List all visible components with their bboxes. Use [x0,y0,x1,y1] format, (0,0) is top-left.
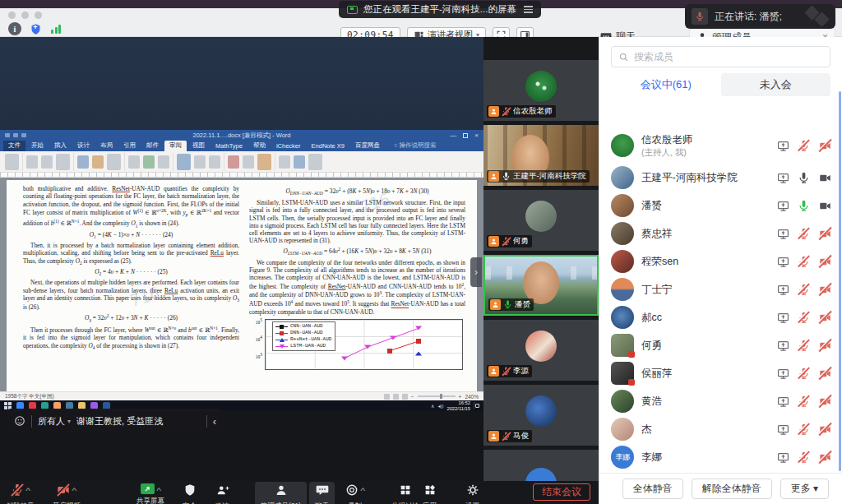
chat-input-overlay[interactable]: 所有人▾ 谢谢王教授, 受益匪浅 ‹ [7,409,224,433]
mic-icon[interactable] [798,140,810,152]
word-tab[interactable]: 帮助 [248,141,271,151]
participant-row[interactable]: 黄浩 [599,387,842,415]
participant-row[interactable]: 郝cc [599,303,842,331]
participant-row[interactable]: 蔡忠祥 [599,220,842,247]
network-signal-icon[interactable] [49,24,62,34]
tab-in-meeting[interactable]: 会议中(61) [611,73,721,96]
minimize-window-button[interactable] [21,12,29,19]
more-button[interactable]: 更多 ▾ [780,479,829,499]
ribbon-icon[interactable] [92,155,104,169]
zoom-level[interactable]: 240% [465,394,479,400]
participant-row[interactable]: 潘赟 [599,192,842,220]
invite-button[interactable]: ^ 邀请 [215,483,229,504]
mic-icon[interactable] [798,423,810,436]
word-tab[interactable]: 百度网盘 [350,141,385,151]
manage-members-button[interactable]: ^ 管理成员(61) [255,482,307,504]
zoom-window-button[interactable] [35,12,42,19]
camera-icon[interactable] [818,172,832,184]
participant-row[interactable]: 杰 [599,415,842,443]
search-members-box[interactable] [611,46,830,67]
camera-icon[interactable] [818,395,832,408]
ribbon-icon[interactable] [308,154,322,170]
participant-row[interactable]: 李娜 李娜 [599,443,842,471]
scrollbar[interactable] [839,91,841,471]
window-controls[interactable] [8,12,42,19]
camera-button[interactable]: ^ 开启视频 [53,483,81,504]
ribbon-icon[interactable] [41,155,53,169]
close-window-button[interactable] [8,12,16,19]
taskbar-clock[interactable]: 16:522022/11/15 [446,400,470,411]
ribbon-icon[interactable] [243,155,254,169]
camera-icon[interactable] [818,140,832,152]
chat-message-input[interactable]: 谢谢王教授, 受益匪浅 [76,415,201,428]
video-tile[interactable]: 王建平-河南科技学院 [483,125,599,186]
zoom-slider[interactable] [418,395,456,397]
tray-volume-icon[interactable]: ◂)) [437,403,443,409]
emoji-icon[interactable] [14,415,25,427]
camera-icon[interactable] [818,284,832,296]
search-input[interactable] [634,51,823,62]
video-strip-toggle[interactable]: › [470,257,482,287]
collapse-chat-icon[interactable]: ‹ [213,415,216,428]
read-mode-icon[interactable] [384,394,390,400]
video-tile[interactable]: 何勇 [483,190,599,251]
word-tab[interactable]: EndNote X9 [307,141,349,151]
camera-icon[interactable] [818,312,832,324]
ribbon-icon[interactable] [294,155,305,169]
camera-icon[interactable] [818,423,832,436]
ribbon-icon[interactable] [194,155,206,169]
mic-icon[interactable] [798,284,810,296]
ribbon-icon[interactable] [209,155,220,169]
participant-row[interactable]: 侯丽萍 [599,359,842,387]
ribbon-icon[interactable] [77,155,89,169]
chat-button[interactable]: ^ 聊天 [309,482,335,504]
settings-button[interactable]: ^ 设置 [465,483,479,504]
mute-all-button[interactable]: 全体静音 [622,479,683,499]
camera-icon[interactable] [818,256,832,268]
video-tile[interactable]: 马俊 [483,385,599,446]
banner-menu-icon[interactable] [524,6,533,13]
breakout-rooms-button[interactable]: ^ 分组讨论 [391,483,419,504]
word-tab[interactable]: 邮件 [141,141,164,151]
unmute-all-button[interactable]: 解除全体静音 [692,479,772,499]
print-layout-icon[interactable] [393,394,399,400]
participant-row[interactable]: 王建平-河南科技学院 [599,164,842,192]
mic-icon[interactable] [798,340,810,352]
ribbon-icon[interactable] [107,154,121,170]
web-layout-icon[interactable] [402,394,408,400]
record-button[interactable]: ^ 录制 [345,483,364,504]
action-center-icon[interactable] [474,402,479,409]
word-tab[interactable]: 引用 [118,141,141,151]
video-tile[interactable] [483,450,599,481]
word-quick-access-toolbar[interactable] [5,133,26,137]
ribbon-search-hint[interactable]: ○ 操作说明搜索 [386,141,445,151]
watching-screen-banner[interactable]: 您正在观看王建平-河南科技...的屏幕 [339,1,541,18]
mic-icon[interactable] [798,172,810,184]
mic-icon[interactable] [798,395,810,408]
camera-icon[interactable] [818,368,832,380]
tray-expand-icon[interactable]: ∧ [431,403,434,409]
ribbon-icon[interactable] [257,154,271,170]
ribbon-icon[interactable] [128,155,140,169]
word-tab[interactable]: 开始 [26,141,49,151]
word-tab[interactable]: 设计 [72,141,95,151]
word-ribbon-icons[interactable] [0,151,483,173]
zoom-in-button[interactable]: + [459,394,462,400]
word-tab[interactable]: 视图 [187,141,210,151]
mic-icon[interactable] [798,256,810,268]
security-shield-icon[interactable]: + [29,22,42,35]
word-tab[interactable]: 插入 [49,141,72,151]
meeting-info-icon[interactable]: i [8,22,21,35]
camera-icon[interactable] [818,228,832,240]
word-tab[interactable]: MathType [210,141,248,151]
video-tile[interactable]: 潘赟 [483,255,599,316]
mute-button[interactable]: ^ 解除静音 [7,483,35,504]
word-tab[interactable]: 文件 [3,141,25,151]
camera-icon[interactable] [818,200,832,212]
participant-row[interactable]: 丁士宁 [599,275,842,303]
word-tab[interactable]: 审阅 [164,141,187,151]
mic-icon[interactable] [798,200,810,212]
ribbon-icon[interactable] [26,155,38,169]
zoom-out-button[interactable]: − [411,394,414,400]
ribbon-icon[interactable] [279,155,290,169]
